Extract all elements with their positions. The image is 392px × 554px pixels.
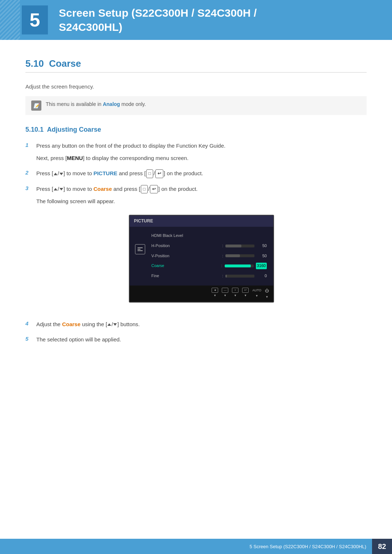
screen-mockup-wrapper: PICTURE <box>36 215 367 303</box>
step-sub-3: The following screen will appear. <box>36 197 367 206</box>
step-number-4: 4 <box>25 320 36 327</box>
step-number-3: 3 <box>25 185 36 191</box>
footer-btn-plus: + ▼ <box>232 288 238 299</box>
chapter-number: 5 <box>30 9 40 31</box>
screen-sidebar <box>130 230 148 283</box>
subsection-heading: 5.10.1 Adjusting Coarse <box>25 126 367 134</box>
menu-row-hdmi: HDMI Black Level <box>149 231 269 241</box>
menu-row-coarse: Coarse : 3160 <box>149 261 269 271</box>
step-item-5: 5 The selected option will be applied. <box>25 335 367 344</box>
footer-text: 5 Screen Setup (S22C300H / S24C300H / S2… <box>0 544 372 549</box>
menu-row-fine: Fine : 0 <box>149 271 269 281</box>
coarse-bar <box>225 264 254 267</box>
screen-mockup-header: PICTURE <box>130 216 273 227</box>
screen-menu: HDMI Black Level H-Position : 50 <box>148 230 273 283</box>
note-icon: 📝 <box>31 100 41 111</box>
step-content-1: Press any button on the front of the pro… <box>36 141 367 163</box>
step-item-2: 2 Press [/] to move to PICTURE and press… <box>25 169 367 178</box>
screen-footer: ◄ ▼ — ▼ <box>130 286 273 301</box>
step-content-5: The selected option will be applied. <box>36 335 367 344</box>
section-intro: Adjust the screen frequency. <box>25 83 367 90</box>
step-content-3: Press [/] to move to Coarse and press [□… <box>36 185 367 313</box>
screen-body: HDMI Black Level H-Position : 50 <box>130 227 273 286</box>
screen-mockup: PICTURE <box>129 215 274 303</box>
main-content: 5.10 Coarse Adjust the screen frequency.… <box>0 40 392 387</box>
step-number-5: 5 <box>25 335 36 342</box>
chapter-number-box: 5 <box>22 5 48 34</box>
footer-btn-left: ◄ ▼ <box>212 288 218 299</box>
note-text: This menu is available in Analog mode on… <box>46 100 146 108</box>
footer-btn-auto: AUTO ▼ <box>252 288 261 299</box>
footer-btn-minus: — ▼ <box>222 288 228 299</box>
chapter-header: 5 Screen Setup (S22C300H / S24C300H /S24… <box>0 0 392 40</box>
step-content-2: Press [/] to move to PICTURE and press [… <box>36 169 367 178</box>
note-box: 📝 This menu is available in Analog mode … <box>25 96 367 115</box>
v-pos-bar <box>225 254 254 257</box>
step-item-4: 4 Adjust the Coarse using the [/] button… <box>25 320 367 329</box>
step-number-1: 1 <box>25 141 36 148</box>
footer-btn-power: ⏻ ▼ <box>265 288 269 299</box>
menu-row-v-pos: V-Position : 50 <box>149 251 269 261</box>
sidebar-bars-icon <box>135 244 145 254</box>
page-footer: 5 Screen Setup (S22C300H / S24C300H / S2… <box>0 539 392 554</box>
step-number-2: 2 <box>25 169 36 176</box>
footer-btn-enter: ↩ ▼ <box>242 288 249 299</box>
h-pos-bar <box>225 245 254 247</box>
chapter-title: Screen Setup (S22C300H / S24C300H /S24C3… <box>59 6 257 34</box>
step-item-1: 1 Press any button on the front of the p… <box>25 141 367 163</box>
fine-bar <box>225 275 254 278</box>
step-sub-1: Next, press [MENU] to display the corres… <box>36 154 367 163</box>
step-content-4: Adjust the Coarse using the [/] buttons. <box>36 320 367 329</box>
menu-row-h-pos: H-Position : 50 <box>149 241 269 251</box>
section-heading: 5.10 Coarse <box>25 58 367 73</box>
steps-list: 1 Press any button on the front of the p… <box>25 141 367 344</box>
footer-page-number: 82 <box>372 539 392 554</box>
step-item-3: 3 Press [/] to move to Coarse and press … <box>25 185 367 313</box>
